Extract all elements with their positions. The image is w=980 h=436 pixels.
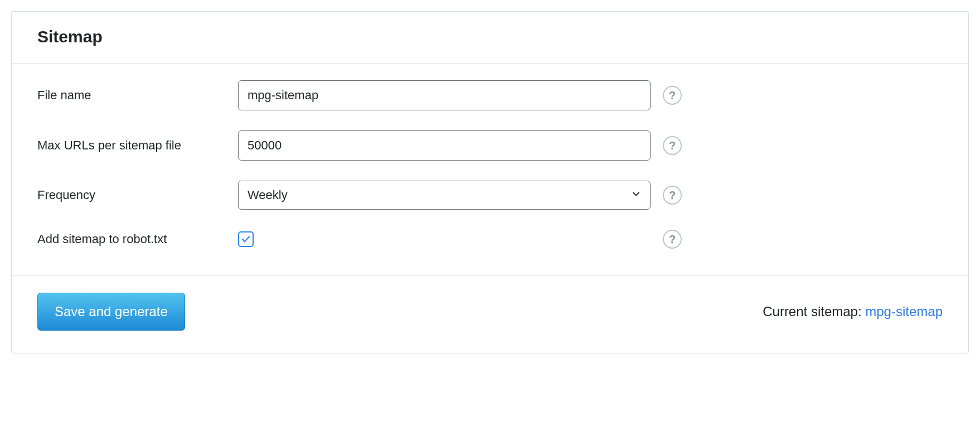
max-urls-label: Max URLs per sitemap file: [37, 138, 238, 153]
row-frequency: Frequency Weekly ?: [37, 181, 943, 210]
robots-label: Add sitemap to robot.txt: [37, 232, 238, 246]
help-icon[interactable]: ?: [663, 136, 682, 155]
save-generate-button[interactable]: Save and generate: [37, 293, 185, 331]
frequency-control: Weekly: [238, 181, 651, 210]
row-max-urls: Max URLs per sitemap file ?: [37, 130, 943, 161]
panel-footer: Save and generate Current sitemap: mpg-s…: [12, 275, 968, 353]
max-urls-control: [238, 130, 651, 161]
row-file-name: File name ?: [37, 80, 943, 110]
help-icon[interactable]: ?: [663, 186, 682, 205]
current-sitemap-label: Current sitemap:: [763, 304, 865, 319]
sitemap-panel: Sitemap File name ? Max URLs per sitemap…: [11, 11, 969, 353]
current-sitemap-link[interactable]: mpg-sitemap: [865, 304, 943, 319]
check-icon: [241, 234, 251, 244]
robots-control: [238, 231, 651, 247]
panel-body: File name ? Max URLs per sitemap file ? …: [12, 64, 968, 275]
panel-header: Sitemap: [12, 12, 968, 64]
row-robots: Add sitemap to robot.txt ?: [37, 230, 943, 249]
help-icon[interactable]: ?: [663, 86, 682, 105]
max-urls-input[interactable]: [238, 130, 651, 161]
frequency-select[interactable]: Weekly: [238, 181, 651, 210]
file-name-control: [238, 80, 651, 110]
help-icon[interactable]: ?: [663, 230, 682, 249]
robots-checkbox[interactable]: [238, 231, 254, 247]
current-sitemap-text: Current sitemap: mpg-sitemap: [763, 304, 943, 319]
file-name-label: File name: [37, 88, 238, 103]
frequency-label: Frequency: [37, 188, 238, 202]
file-name-input[interactable]: [238, 80, 651, 110]
page-title: Sitemap: [37, 27, 943, 46]
